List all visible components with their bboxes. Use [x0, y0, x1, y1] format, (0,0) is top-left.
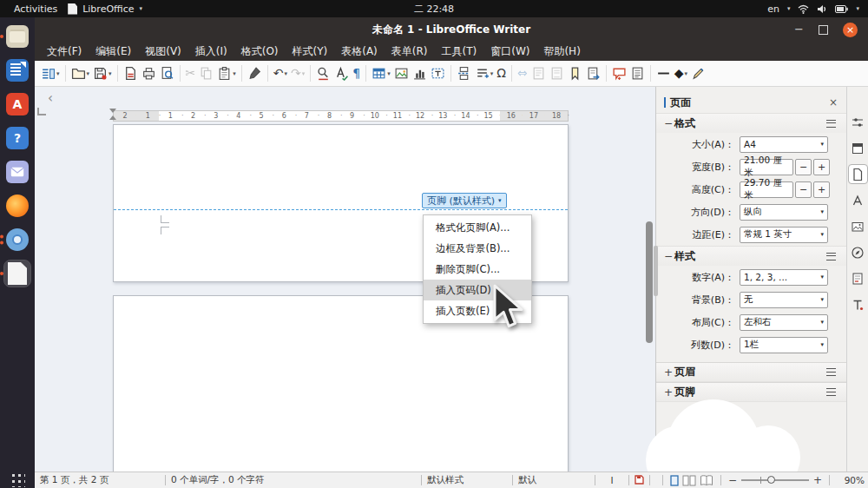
field-control[interactable]: 无 ▾ [740, 292, 828, 308]
dock-item-libreoffice-start[interactable] [4, 260, 30, 287]
system-menu-chevron-icon[interactable]: ▾ [856, 5, 859, 12]
menubar-item[interactable]: 窗口(W) [483, 42, 536, 61]
zoom-in-button[interactable]: + [813, 474, 822, 486]
field-control[interactable]: A4 ▾ [740, 136, 828, 153]
insert-table-button[interactable]: ▾ [370, 63, 392, 84]
section-menu-icon[interactable] [826, 120, 836, 128]
back-chevron-icon[interactable]: ‹ [48, 90, 53, 106]
language-status[interactable]: 默认 [513, 474, 595, 486]
battery-icon[interactable] [835, 5, 848, 13]
field-control[interactable]: 21.00 厘米 ▾ [740, 159, 793, 175]
insert-field-button[interactable]: ▾ [473, 63, 496, 84]
sidebar-tab-manage-changes[interactable] [849, 269, 867, 287]
field-control[interactable]: 29.70 厘米 ▾ [740, 181, 793, 198]
spelling-button[interactable] [332, 63, 351, 84]
find-replace-button[interactable] [314, 63, 332, 84]
page-count-status[interactable]: 第 1 页，共 2 页 [35, 474, 165, 486]
insert-hyperlink-button[interactable]: ⇔ [516, 63, 529, 84]
horizontal-ruler[interactable]: 21123456789101112131415161718 [113, 110, 569, 122]
insert-textbox-button[interactable] [429, 63, 447, 84]
section-menu-icon[interactable] [826, 253, 836, 260]
scrollbar-thumb[interactable] [646, 221, 653, 343]
window-titlebar[interactable]: 未命名 1 - LibreOffice Writer − × [35, 17, 868, 43]
zoom-out-button[interactable]: − [728, 474, 737, 486]
track-changes-button[interactable] [628, 63, 647, 84]
indent-marker-icon[interactable] [109, 115, 116, 120]
increment-button[interactable]: + [813, 159, 830, 175]
insert-endnote-button[interactable] [548, 63, 566, 84]
decrement-button[interactable]: − [795, 181, 812, 198]
close-button[interactable]: × [843, 23, 858, 37]
redo-button[interactable]: ↷▾ [289, 63, 306, 84]
sidebar-tab-page-format[interactable] [849, 139, 867, 157]
page-break-button[interactable] [455, 63, 473, 84]
print-button[interactable] [140, 63, 158, 84]
insert-bookmark-button[interactable] [566, 63, 584, 84]
document-workspace[interactable]: ‹ 21123456789101112131415161718 页脚 (默认样式… [35, 87, 655, 472]
basic-shapes-button[interactable]: ◆▾ [673, 63, 689, 84]
draw-functions-button[interactable] [689, 63, 707, 84]
view-switcher-button[interactable]: ▾ [39, 63, 62, 84]
menubar-item[interactable]: 视图(V) [138, 42, 188, 61]
context-menu-item[interactable]: 删除页脚(C)... [424, 259, 531, 280]
cut-button[interactable]: ✂ [184, 63, 198, 84]
zoom-slider-knob[interactable] [767, 476, 775, 484]
open-button[interactable]: ▾ [69, 63, 92, 84]
menubar-item[interactable]: 表单(R) [385, 42, 435, 61]
field-control[interactable]: 纵向 ▾ [740, 204, 828, 221]
input-language-indicator[interactable]: en [767, 3, 779, 15]
insert-footnote-button[interactable] [529, 63, 548, 84]
page-style-status[interactable]: 默认样式 [422, 474, 512, 486]
dock-item-mail[interactable] [4, 159, 30, 185]
activities-button[interactable]: Activities [9, 3, 62, 15]
word-count-status[interactable]: 0 个单词/字，0 个字符 [166, 474, 421, 486]
special-character-button[interactable]: Ω [495, 63, 508, 84]
menubar-item[interactable]: 帮助(H) [536, 42, 587, 61]
insert-comment-button[interactable] [610, 63, 628, 84]
decrement-button[interactable]: − [795, 159, 812, 175]
menubar-item[interactable]: 样式(Y) [286, 42, 335, 61]
menubar-item[interactable]: 表格(A) [334, 42, 385, 61]
copy-button[interactable] [197, 63, 215, 84]
vertical-scrollbar[interactable] [646, 87, 654, 472]
sidebar-tab-styles[interactable] [849, 191, 867, 209]
field-control[interactable]: 左和右 ▾ [740, 314, 828, 331]
unsaved-changes-icon[interactable] [629, 475, 649, 486]
horizontal-line-button[interactable] [654, 63, 673, 84]
context-menu-item[interactable]: 格式化页脚(A)... [424, 217, 531, 238]
collapsed-section-header[interactable]: + 页脚 [656, 382, 846, 402]
minimize-button[interactable]: − [794, 25, 804, 34]
field-control[interactable]: 1栏 ▾ [740, 337, 828, 353]
dock-item-amazon[interactable]: A [4, 91, 30, 117]
tab-stop-selector-icon[interactable] [37, 108, 46, 115]
sidebar-tab-gallery[interactable] [849, 217, 867, 235]
field-control[interactable]: 1, 2, 3, ... ▾ [740, 269, 828, 286]
collapsed-section-header[interactable]: + 页眉 [656, 362, 846, 382]
dock-item-firefox[interactable] [4, 193, 30, 219]
save-button[interactable]: ▾ [91, 63, 114, 84]
export-pdf-button[interactable] [122, 63, 140, 84]
zoom-slider[interactable] [741, 479, 809, 481]
cross-reference-button[interactable] [584, 63, 602, 84]
formatting-marks-button[interactable]: ¶ [351, 63, 362, 84]
dock-item-files[interactable] [4, 23, 30, 49]
section-menu-icon[interactable] [826, 368, 836, 376]
maximize-button[interactable] [819, 25, 828, 35]
menubar-item[interactable]: 插入(I) [188, 42, 234, 61]
volume-icon[interactable] [817, 4, 827, 14]
section-header-format[interactable]: − 格式 [656, 113, 846, 133]
zoom-percentage[interactable]: 90% [830, 475, 868, 485]
sidebar-close-icon[interactable]: × [829, 96, 838, 109]
sidebar-tab-style-inspector[interactable] [849, 295, 867, 313]
book-view-button[interactable] [700, 475, 713, 486]
paste-button[interactable]: ▾ [215, 63, 238, 84]
footer-style-tag-button[interactable]: 页脚 (默认样式)▾ [422, 193, 507, 208]
appmenu-button[interactable]: LibreOffice [82, 3, 134, 15]
dock-item-libreoffice-writer[interactable] [4, 57, 30, 83]
context-menu-item[interactable]: 边框及背景(B)... [424, 238, 531, 259]
dock-item-chromium[interactable] [4, 227, 30, 253]
sidebar-tab-properties[interactable] [849, 113, 867, 131]
print-preview-button[interactable] [158, 63, 176, 84]
menubar-item[interactable]: 文件(F) [40, 42, 89, 61]
show-applications-button[interactable] [10, 472, 25, 487]
